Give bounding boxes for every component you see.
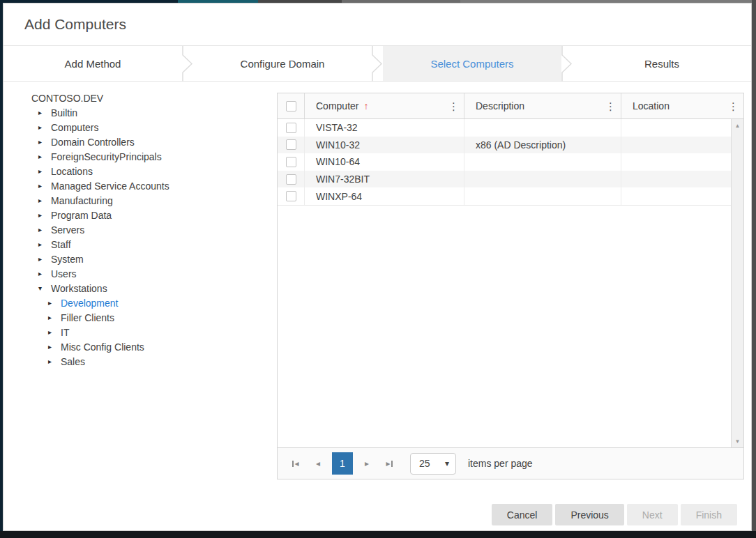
next-button[interactable]: Next — [627, 504, 678, 525]
table-row-vista-32[interactable]: VISTA-32 — [278, 119, 731, 137]
tree-item-filler-clients[interactable]: ▸Filler Clients — [29, 310, 277, 325]
step-chevron-separator — [182, 46, 193, 81]
tree-item-sales[interactable]: ▸Sales — [29, 354, 277, 369]
tree-item-workstations[interactable]: ▾Workstations — [29, 281, 277, 295]
tree-collapsed-icon[interactable]: ▸ — [38, 226, 46, 233]
wizard-step-results[interactable]: Results — [573, 46, 751, 81]
tree-item-computers[interactable]: ▸Computers — [29, 120, 277, 134]
tree-item-label: System — [51, 254, 84, 265]
tree-root-domain[interactable]: CONTOSO.DEV — [29, 91, 277, 105]
wizard-step-add-method[interactable]: Add Method — [3, 46, 182, 81]
row-checkbox[interactable] — [286, 123, 296, 133]
column-header-computer[interactable]: Computer — [304, 93, 464, 118]
table-row-winxp-64[interactable]: WINXP-64 — [278, 187, 731, 205]
tree-item-manufacturing[interactable]: ▸Manufacturing — [29, 193, 277, 208]
grid-pager: 1 25 items per page — [278, 447, 743, 479]
dialog-footer: Cancel Previous Next Finish — [3, 480, 751, 530]
tree-item-it[interactable]: ▸IT — [29, 325, 277, 339]
column-menu-icon[interactable] — [448, 101, 459, 112]
row-checkbox-cell — [278, 191, 304, 201]
tree-item-label: Builtin — [51, 107, 77, 118]
wizard-step-select-computers[interactable]: Select Computers — [383, 46, 561, 81]
row-checkbox[interactable] — [286, 191, 296, 201]
tree-collapsed-icon[interactable]: ▸ — [38, 139, 46, 146]
cell-description — [464, 119, 621, 137]
column-header-location[interactable]: Location — [621, 93, 743, 118]
tree-collapsed-icon[interactable]: ▸ — [38, 256, 46, 263]
row-checkbox[interactable] — [286, 157, 296, 167]
tree-item-locations[interactable]: ▸Locations — [29, 164, 277, 178]
tree-item-staff[interactable]: ▸Staff — [29, 237, 277, 252]
current-page-number[interactable]: 1 — [332, 452, 353, 475]
row-checkbox[interactable] — [286, 139, 296, 150]
select-all-header-cell — [278, 93, 304, 118]
dialog-title: Add Computers — [3, 3, 751, 46]
tree-item-label: Staff — [51, 239, 71, 250]
tree-collapsed-icon[interactable]: ▸ — [38, 270, 46, 277]
tree-item-label: Computers — [51, 122, 98, 133]
tree-collapsed-icon[interactable]: ▸ — [48, 329, 56, 336]
tree-collapsed-icon[interactable]: ▸ — [38, 153, 46, 160]
column-header-description[interactable]: Description — [464, 93, 621, 118]
tree-collapsed-icon[interactable]: ▸ — [38, 109, 46, 116]
tree-item-label: Workstations — [51, 283, 107, 294]
table-row-win10-64[interactable]: WIN10-64 — [278, 153, 731, 171]
tree-item-users[interactable]: ▸Users — [29, 266, 277, 281]
tree-collapsed-icon[interactable]: ▸ — [38, 197, 46, 204]
tree-item-program-data[interactable]: ▸Program Data — [29, 208, 277, 222]
cell-description — [464, 187, 621, 205]
tree-item-label: Filler Clients — [61, 312, 114, 323]
step-chevron-separator — [372, 46, 383, 81]
tree-collapsed-icon[interactable]: ▸ — [48, 300, 56, 307]
select-all-checkbox[interactable] — [286, 101, 296, 112]
tree-item-misc-config-clients[interactable]: ▸Misc Config Clients — [29, 339, 277, 354]
table-row-win10-32[interactable]: WIN10-32x86 (AD Description) — [278, 137, 731, 154]
cell-location — [621, 153, 731, 171]
scroll-down-icon[interactable] — [732, 435, 743, 447]
tree-collapsed-icon[interactable]: ▸ — [38, 183, 46, 190]
grid-scrollbar[interactable] — [732, 119, 743, 447]
previous-page-button[interactable] — [309, 454, 327, 472]
finish-button[interactable]: Finish — [681, 504, 737, 525]
tree-item-servers[interactable]: ▸Servers — [29, 222, 277, 237]
tree-item-development[interactable]: ▸Development — [29, 295, 277, 310]
wizard-step-label: Add Method — [65, 58, 121, 70]
first-page-button[interactable] — [287, 454, 305, 472]
column-menu-icon[interactable] — [728, 101, 739, 112]
scroll-up-icon[interactable] — [732, 119, 743, 132]
tree-collapsed-icon[interactable]: ▸ — [48, 314, 56, 321]
page-size-select[interactable]: 25 — [410, 453, 456, 475]
cell-location — [621, 187, 731, 205]
tree-item-foreignsecurityprincipals[interactable]: ▸ForeignSecurityPrincipals — [29, 149, 277, 164]
tree-item-label: ForeignSecurityPrincipals — [51, 151, 162, 162]
items-per-page-label: items per page — [468, 458, 533, 469]
tree-collapsed-icon[interactable]: ▸ — [38, 241, 46, 248]
tree-collapsed-icon[interactable]: ▸ — [38, 124, 46, 131]
tree-item-label: Locations — [51, 166, 93, 177]
wizard-step-configure-domain[interactable]: Configure Domain — [193, 46, 372, 81]
tree-item-domain-controllers[interactable]: ▸Domain Controllers — [29, 134, 277, 149]
computers-grid: Computer Description Location VISTA-32WI… — [277, 93, 744, 479]
tree-root-label: CONTOSO.DEV — [31, 93, 103, 104]
last-page-button[interactable] — [380, 454, 398, 472]
tree-collapsed-icon[interactable]: ▸ — [48, 344, 56, 351]
table-row-win7-32bit[interactable]: WIN7-32BIT — [278, 171, 731, 188]
tree-item-managed-service-accounts[interactable]: ▸Managed Service Accounts — [29, 178, 277, 193]
sort-asc-icon — [363, 100, 368, 112]
row-checkbox[interactable] — [286, 174, 296, 185]
tree-item-builtin[interactable]: ▸Builtin — [29, 105, 277, 120]
tree-collapsed-icon[interactable]: ▸ — [48, 358, 56, 365]
tree-item-label: Sales — [61, 356, 85, 367]
next-page-button[interactable] — [358, 454, 376, 472]
cell-location — [621, 171, 731, 188]
column-menu-icon[interactable] — [605, 101, 616, 112]
tree-item-label: Development — [61, 298, 119, 309]
tree-collapsed-icon[interactable]: ▸ — [38, 212, 46, 219]
tree-expanded-icon[interactable]: ▾ — [38, 285, 46, 292]
cancel-button[interactable]: Cancel — [492, 504, 553, 525]
previous-button[interactable]: Previous — [555, 504, 623, 525]
tree-item-system[interactable]: ▸System — [29, 252, 277, 266]
tree-collapsed-icon[interactable]: ▸ — [38, 168, 46, 175]
grid-rows: VISTA-32WIN10-32x86 (AD Description)WIN1… — [278, 119, 731, 206]
cell-computer: WIN10-64 — [304, 153, 464, 171]
